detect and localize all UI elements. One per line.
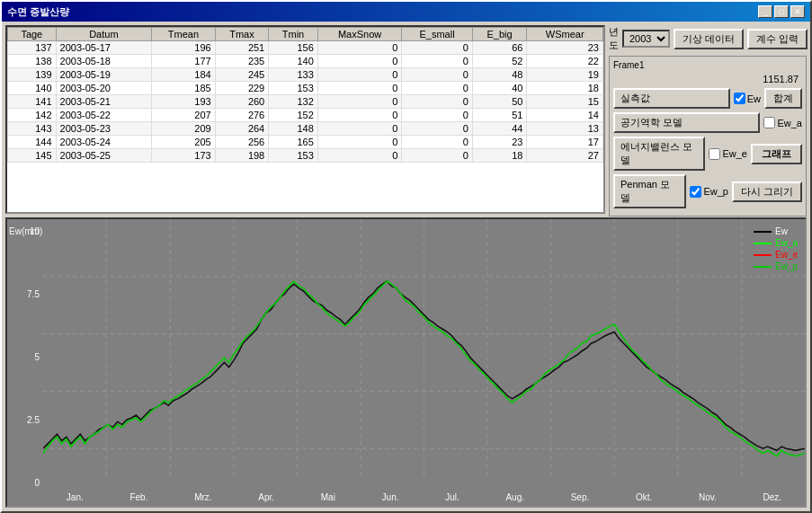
ew-e-checkbox-label[interactable]: Ew_e [709, 148, 747, 160]
total-button[interactable]: 합계 [764, 88, 802, 109]
table-cell: 2003-05-18 [56, 55, 152, 68]
table-header-cell: MaxSnow [317, 28, 401, 41]
table-header-cell: Tage [8, 28, 57, 41]
table-cell: 23 [472, 136, 527, 149]
table-cell: 264 [215, 122, 269, 136]
maximize-button[interactable]: □ [774, 5, 789, 18]
table-cell: 140 [269, 55, 318, 68]
ew-a-checkbox[interactable] [763, 117, 775, 128]
table-cell: 0 [402, 136, 473, 149]
table-cell: 256 [215, 136, 269, 149]
table-body: 1372003-05-171962511560066231382003-05-1… [8, 41, 603, 163]
table-cell: 66 [472, 41, 527, 55]
table-cell: 0 [317, 68, 401, 82]
table-cell: 0 [317, 109, 401, 122]
main-content: TageDatumTmeanTmaxTminMaxSnowE_smallE_bi… [2, 22, 810, 511]
window-title: 수면 증발산량 [7, 5, 69, 19]
table-cell: 276 [215, 109, 269, 122]
y-axis-tick: 2.5 [27, 415, 40, 425]
x-axis-tick: Sep. [571, 492, 590, 502]
minimize-button[interactable]: _ [758, 5, 772, 18]
total-value: 1151.87 [763, 74, 799, 84]
year-row: 년도 2003 기상 데이터 계수 입력 [609, 25, 807, 52]
table-cell: 141 [8, 95, 57, 109]
table-cell: 205 [152, 136, 216, 149]
table-cell: 15 [527, 95, 603, 109]
chart-svg [43, 219, 805, 506]
table-row: 1422003-05-22207276152005114 [8, 109, 603, 122]
y-axis: 107.552.50 [7, 219, 43, 506]
graph-button[interactable]: 그래프 [751, 144, 802, 164]
x-axis-tick: Jul. [445, 492, 460, 502]
energy-model-button[interactable]: 에너지밸런스 모델 [613, 137, 705, 171]
table-cell: 0 [402, 95, 473, 109]
legend-label: Ew [775, 226, 788, 236]
y-axis-label: Ew(mm) [9, 226, 42, 236]
table-cell: 193 [152, 95, 216, 109]
table-cell: 27 [527, 149, 603, 163]
ewp-line [43, 281, 805, 456]
table-cell: 23 [527, 41, 603, 55]
weather-data-button[interactable]: 기상 데이터 [674, 29, 744, 49]
table-cell: 144 [8, 136, 57, 149]
table-cell: 2003-05-21 [56, 95, 152, 109]
table-cell: 2003-05-23 [56, 122, 152, 136]
ew-p-checkbox[interactable] [690, 186, 701, 198]
ew-p-checkbox-label[interactable]: Ew_p [690, 186, 728, 198]
measured-label[interactable]: 실측값 [613, 88, 730, 109]
table-cell: 0 [402, 122, 473, 136]
ew-checkbox-label[interactable]: Ew [734, 93, 761, 104]
x-axis-tick: Mrz. [194, 492, 211, 502]
close-button[interactable]: ✕ [790, 5, 805, 18]
x-axis-tick: Aug. [505, 492, 524, 502]
table-cell: 19 [527, 68, 603, 82]
year-select[interactable]: 2003 [622, 30, 670, 48]
ew-e-checkbox[interactable] [709, 148, 720, 160]
air-model-button[interactable]: 공기역학 모델 [613, 112, 760, 133]
table-row: 1402003-05-20185229153004018 [8, 82, 603, 95]
table-cell: 139 [8, 68, 57, 82]
table-cell: 165 [269, 136, 318, 149]
table-cell: 0 [317, 149, 401, 163]
table-cell: 2003-05-25 [56, 149, 152, 163]
table-cell: 51 [472, 109, 527, 122]
redraw-button[interactable]: 다시 그리기 [732, 181, 802, 202]
x-axis: Jan.Feb.Mrz.Apr.MaiJun.Jul.Aug.Sep.Okt.N… [43, 488, 805, 506]
table-cell: 0 [317, 136, 401, 149]
top-section: TageDatumTmeanTmaxTminMaxSnowE_smallE_bi… [5, 25, 807, 214]
table-cell: 2003-05-17 [56, 41, 152, 55]
legend-item: Ew [754, 226, 798, 236]
table-row: 1372003-05-17196251156006623 [8, 41, 603, 55]
chart-legend: EwEw_aEw_eEw_p [754, 226, 798, 271]
table-cell: 140 [8, 82, 57, 95]
x-axis-tick: Dez. [763, 492, 782, 502]
data-table-container[interactable]: TageDatumTmeanTmaxTminMaxSnowE_smallE_bi… [5, 25, 605, 214]
table-cell: 260 [215, 95, 269, 109]
table-cell: 132 [269, 95, 318, 109]
ew-a-checkbox-label[interactable]: Ew_a [763, 117, 802, 128]
ew-a-label: Ew_a [777, 118, 802, 128]
table-header-cell: E_small [402, 28, 473, 41]
table-header-cell: WSmear [527, 28, 603, 41]
table-cell: 17 [527, 136, 603, 149]
table-cell: 0 [402, 55, 473, 68]
chart-inner: Ew(mm) 107.552.50 [7, 219, 805, 506]
table-cell: 0 [402, 82, 473, 95]
table-header-cell: Tmean [152, 28, 216, 41]
penman-button[interactable]: Penman 모델 [613, 174, 686, 208]
main-window: 수면 증발산량 _ □ ✕ TageDatumTmeanTmaxTminMaxS… [0, 0, 812, 513]
table-cell: 0 [402, 109, 473, 122]
table-row: 1442003-05-24205256165002317 [8, 136, 603, 149]
y-axis-tick: 0 [34, 478, 40, 488]
table-cell: 143 [8, 122, 57, 136]
table-cell: 18 [527, 82, 603, 95]
coeff-input-button[interactable]: 계수 입력 [747, 29, 808, 49]
table-cell: 0 [402, 149, 473, 163]
ew-checkbox[interactable] [734, 93, 745, 104]
table-cell: 0 [402, 68, 473, 82]
table-cell: 50 [472, 95, 527, 109]
table-cell: 229 [215, 82, 269, 95]
table-cell: 209 [152, 122, 216, 136]
table-header-cell: Tmax [215, 28, 269, 41]
frame1-panel: Frame1 1151.87 실측값 Ew 합계 [609, 56, 807, 217]
